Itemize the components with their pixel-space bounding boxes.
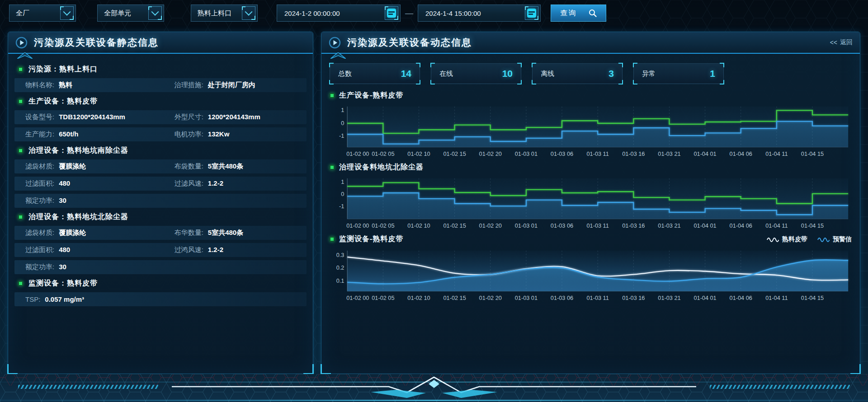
info-cell: 过鸿风速: 1.2-2 [175, 246, 307, 254]
field-label: 额定功率: [25, 263, 54, 271]
stat-label: 异常 [642, 70, 656, 78]
field-value: 5室共480条 [208, 162, 243, 171]
svg-text:01-03 16: 01-03 16 [622, 223, 645, 229]
svg-text:01-04 15: 01-04 15 [801, 294, 824, 301]
charts-container: 生产设备-熟料皮带10-101-02 0001-02 0501-02 1001-… [330, 89, 852, 303]
end-datetime-value: 2024-1-4 15:00:00 [425, 9, 481, 17]
source-select[interactable]: 熟料上料口 [191, 5, 258, 22]
svg-text:01-02 15: 01-02 15 [443, 223, 466, 229]
info-row: 额定功率: 30 [14, 260, 307, 274]
info-cell: 电机功率: 132Kw [175, 130, 307, 139]
svg-text:01-02 20: 01-02 20 [479, 150, 502, 157]
search-icon [589, 9, 597, 17]
chart-title: 监测设备-熟料皮带 [339, 234, 403, 244]
svg-text:01-02 05: 01-02 05 [372, 223, 394, 229]
legend-item[interactable]: 熟料皮带 [767, 235, 807, 243]
info-cell: 外型尺寸: 1200*204143mm [175, 113, 307, 122]
info-row: 滤袋材质: 覆膜涤纶 布袋数量: 5室共480条 [14, 159, 307, 173]
unit-select[interactable]: 全部单元 [97, 5, 164, 22]
field-label: 设备型号: [25, 113, 54, 122]
stat-card: 离线 3 [532, 63, 623, 84]
info-cell: 治理措施: 处于封闭厂房内 [175, 81, 307, 89]
svg-text:01-02 05: 01-02 05 [372, 150, 394, 157]
factory-select-value: 全厂 [16, 9, 29, 18]
svg-text:01-03 01: 01-03 01 [515, 150, 538, 157]
info-cell: TSP: 0.057 mg/m³ [25, 295, 175, 303]
footer-decoration [0, 374, 868, 402]
section-title: 监测设备：熟料皮带 [28, 279, 98, 288]
field-value: 5室共480条 [208, 229, 243, 237]
end-datetime-input[interactable]: 2024-1-4 15:00:00 [418, 5, 541, 22]
static-info-header: 污染源及关联设备静态信息 [8, 32, 313, 54]
green-square-bullet-icon [330, 93, 335, 98]
svg-text:0.3: 0.3 [336, 251, 344, 258]
info-row: 设备型号: TDB1200*204143mm 外型尺寸: 1200*204143… [14, 110, 307, 124]
dynamic-info-panel: 污染源及关联设备动态信息 << 返回 总数 14 在线 10 离线 3 异常 1… [321, 32, 860, 374]
info-row: 过滤面积: 480 过滤风速: 1.2-2 [14, 177, 307, 191]
svg-text:01-02 10: 01-02 10 [407, 223, 430, 229]
field-value: 1200*204143mm [208, 113, 260, 121]
svg-text:01-03 11: 01-03 11 [587, 223, 609, 229]
stat-value: 14 [401, 68, 411, 79]
query-button[interactable]: 查询 [551, 5, 606, 22]
info-cell: 额定功率: 30 [25, 263, 175, 271]
chevron-down-icon[interactable] [242, 6, 255, 20]
field-label: 物料名称: [25, 81, 54, 89]
info-cell: 生产能力: 650t/h [25, 130, 175, 139]
svg-text:01-02 00: 01-02 00 [346, 150, 369, 157]
svg-text:01-03 06: 01-03 06 [551, 150, 573, 157]
info-row: 额定功率: 30 [14, 194, 307, 208]
chevron-down-icon[interactable] [60, 6, 74, 20]
field-label: TSP: [25, 295, 40, 303]
play-icon [15, 37, 28, 49]
svg-text:01-03 06: 01-03 06 [551, 223, 573, 229]
svg-text:01-02 10: 01-02 10 [407, 150, 430, 157]
svg-text:01-04 01: 01-04 01 [693, 294, 716, 301]
svg-text:0: 0 [341, 120, 344, 126]
info-cell: 物料名称: 熟料 [25, 81, 175, 89]
svg-text:01-03 01: 01-03 01 [515, 294, 538, 301]
field-label: 滤袋材质: [25, 162, 54, 171]
chart-title: 生产设备-熟料皮带 [339, 91, 403, 100]
svg-text:0.2: 0.2 [336, 264, 344, 271]
field-label: 外型尺寸: [175, 113, 203, 122]
svg-text:01-02 15: 01-02 15 [443, 294, 466, 301]
field-value: 1.2-2 [208, 246, 223, 253]
field-value: 650t/h [59, 130, 78, 138]
section-header: 污染源：熟料上料口 [18, 63, 307, 75]
wave-icon [767, 237, 779, 242]
svg-text:-1: -1 [339, 132, 344, 139]
info-row: TSP: 0.057 mg/m³ [14, 292, 307, 306]
chevron-down-icon[interactable] [148, 6, 162, 20]
static-info-list: 污染源：熟料上料口 物料名称: 熟料 治理措施: 处于封闭厂房内 生产设备：熟料… [8, 54, 313, 306]
legend-label: 熟料皮带 [782, 235, 807, 243]
field-value: 0.057 mg/m³ [45, 295, 84, 303]
calendar-icon[interactable] [525, 6, 538, 20]
field-value: 132Kw [208, 130, 230, 138]
unit-select-value: 全部单元 [104, 9, 131, 18]
calendar-icon[interactable] [385, 6, 398, 20]
info-cell: 过滤面积: 480 [25, 246, 175, 254]
start-datetime-input[interactable]: 2024-1-2 00:00:00 [277, 5, 401, 22]
svg-text:01-03 16: 01-03 16 [622, 294, 645, 301]
svg-text:01-03 16: 01-03 16 [622, 150, 645, 157]
green-square-bullet-icon [18, 215, 23, 220]
field-label: 布袋数量: [175, 162, 203, 171]
factory-select[interactable]: 全厂 [9, 5, 76, 22]
start-datetime-value: 2024-1-2 00:00:00 [284, 9, 340, 17]
chart-legend: 熟料皮带预警信 [767, 235, 852, 243]
legend-item[interactable]: 预警信 [817, 235, 852, 243]
svg-text:01-03 21: 01-03 21 [658, 223, 680, 229]
svg-text:01-03 11: 01-03 11 [587, 150, 609, 157]
stat-label: 总数 [338, 70, 352, 78]
stat-label: 离线 [541, 70, 554, 78]
chart-block: 监测设备-熟料皮带熟料皮带预警信0.30.20.101-02 0001-02 0… [330, 234, 852, 303]
svg-text:01-02 20: 01-02 20 [479, 223, 502, 229]
info-row: 过滤面积: 480 过鸿风速: 1.2-2 [14, 243, 307, 257]
back-button[interactable]: << 返回 [830, 38, 853, 47]
field-value: 1.2-2 [208, 179, 223, 187]
field-label: 布华数量: [175, 229, 203, 237]
legend-label: 预警信 [833, 235, 852, 243]
field-value: 30 [59, 263, 66, 271]
svg-text:1: 1 [341, 107, 344, 113]
